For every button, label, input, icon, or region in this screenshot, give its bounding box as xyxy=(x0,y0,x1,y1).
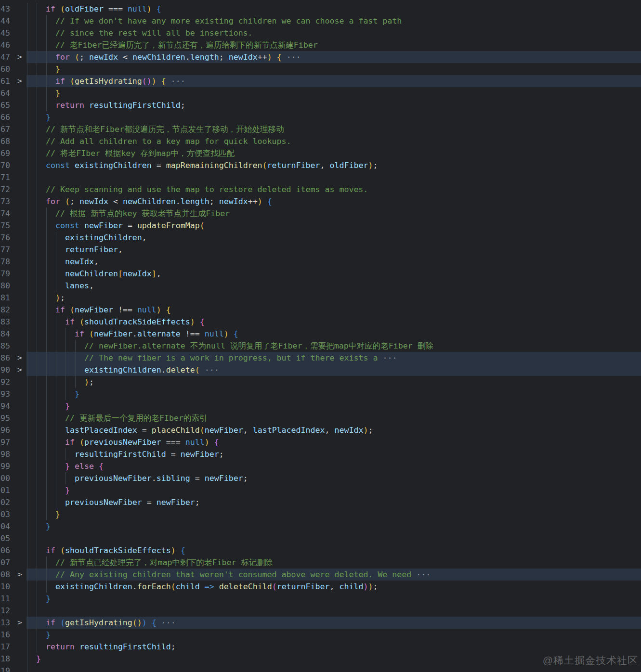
code-line[interactable]: 916} xyxy=(0,629,641,641)
code-line-content[interactable]: // Keep scanning and use the map to rest… xyxy=(26,183,641,195)
code-line-content[interactable]: returnFiber, xyxy=(26,244,641,256)
code-line-content[interactable]: newIdx, xyxy=(26,256,641,268)
code-line[interactable]: 904} xyxy=(0,520,641,532)
code-line[interactable]: 893} xyxy=(0,388,641,400)
code-line[interactable]: 892); xyxy=(0,376,641,388)
code-line[interactable]: 882if (newFiber !== null) { xyxy=(0,304,641,316)
code-line-content[interactable] xyxy=(26,605,641,617)
code-line[interactable]: 860} xyxy=(0,63,641,75)
code-line[interactable]: 870const existingChildren = mapRemaining… xyxy=(0,159,641,171)
code-line[interactable]: 867// 新节点和老Fiber都没遍历完，节点发生了移动，开始处理移动 xyxy=(0,123,641,135)
code-line-content[interactable]: return resultingFirstChild; xyxy=(26,99,641,111)
code-line-content[interactable]: // newFiber.alternate 不为null 说明复用了老Fiber… xyxy=(26,340,641,352)
code-line-content[interactable]: return resultingFirstChild; xyxy=(26,641,641,653)
code-line-content[interactable]: // 老Fiber已经遍历完了，新节点还有，遍历给剩下的新节点新建Fiber xyxy=(26,39,641,51)
code-line-content[interactable]: lastPlacedIndex = placeChild(newFiber, l… xyxy=(26,424,641,436)
code-line[interactable]: 874// 根据 新节点的key 获取老节点并生成Fiber xyxy=(0,207,641,220)
code-line[interactable]: 901} xyxy=(0,484,641,496)
code-line[interactable]: 881); xyxy=(0,292,641,304)
code-line[interactable]: 910existingChildren.forEach(child => del… xyxy=(0,581,641,593)
code-line[interactable]: 876existingChildren, xyxy=(0,232,641,244)
code-line[interactable]: 864} xyxy=(0,87,641,99)
code-line-content[interactable]: if (newFiber !== null) { xyxy=(26,304,641,316)
code-line-content[interactable]: } xyxy=(26,520,641,532)
code-line[interactable]: 894} xyxy=(0,400,641,412)
code-line[interactable]: 913>if (getIsHydrating()) { ··· xyxy=(0,617,641,629)
code-line-content[interactable]: } xyxy=(26,593,641,605)
code-line-content[interactable]: } xyxy=(26,388,641,400)
code-line-content[interactable] xyxy=(26,532,641,544)
code-line-content[interactable]: // 更新最后一个复用的老FIber的索引 xyxy=(26,412,641,424)
fold-chevron-icon[interactable]: > xyxy=(14,75,25,87)
code-line[interactable]: 896lastPlacedIndex = placeChild(newFiber… xyxy=(0,424,641,436)
code-line[interactable]: 872// Keep scanning and use the map to r… xyxy=(0,183,641,195)
code-line-content[interactable]: ); xyxy=(26,292,641,304)
code-line[interactable]: 845// since the rest will all be inserti… xyxy=(0,27,641,39)
code-line[interactable]: 875const newFiber = updateFromMap( xyxy=(0,220,641,232)
code-line-content[interactable]: if (shouldTrackSideEffects) { xyxy=(26,316,641,328)
code-line-content[interactable]: const existingChildren = mapRemainingChi… xyxy=(26,159,641,171)
code-line-content[interactable]: existingChildren.delete( ··· xyxy=(26,364,641,376)
code-line-content[interactable]: } xyxy=(26,87,641,99)
code-line-content[interactable]: } xyxy=(26,629,641,641)
code-line-content[interactable]: for (; newIdx < newChildren.length; newI… xyxy=(26,195,641,207)
code-line-content[interactable]: newChildren[newIdx], xyxy=(26,268,641,280)
code-line-content[interactable]: for (; newIdx < newChildren.length; newI… xyxy=(26,51,641,63)
code-line-content[interactable]: existingChildren.forEach(child => delete… xyxy=(26,581,641,593)
code-line-content[interactable]: } xyxy=(26,111,641,123)
code-line[interactable]: 912 xyxy=(0,605,641,617)
code-line-content[interactable]: } else { xyxy=(26,460,641,472)
code-line-content[interactable]: // since the rest will all be insertions… xyxy=(26,27,641,39)
code-line[interactable]: 911} xyxy=(0,593,641,605)
code-line-content[interactable]: // 新节点已经处理完了，对map中剩下的老Fiber 标记删除 xyxy=(26,556,641,569)
code-line[interactable]: 847>for (; newIdx < newChildren.length; … xyxy=(0,51,641,63)
code-line[interactable]: 878newIdx, xyxy=(0,256,641,268)
code-line-content[interactable]: // If we don't have any more existing ch… xyxy=(26,15,641,27)
code-line-content[interactable]: if (newFiber.alternate !== null) { xyxy=(26,328,641,340)
code-line-content[interactable] xyxy=(26,171,641,183)
code-line[interactable]: 873for (; newIdx < newChildren.length; n… xyxy=(0,195,641,207)
code-line-content[interactable]: previousNewFiber.sibling = newFiber; xyxy=(26,472,641,484)
code-line-content[interactable]: } xyxy=(26,508,641,520)
code-line-content[interactable]: resultingFirstChild = newFiber; xyxy=(26,448,641,460)
code-line-content[interactable]: } xyxy=(26,63,641,75)
code-line[interactable]: 895// 更新最后一个复用的老FIber的索引 xyxy=(0,412,641,424)
code-line[interactable]: 902previousNewFiber = newFiber; xyxy=(0,496,641,508)
code-line[interactable]: 883if (shouldTrackSideEffects) { xyxy=(0,316,641,328)
code-line-content[interactable]: ); xyxy=(26,376,641,388)
fold-chevron-icon[interactable]: > xyxy=(14,617,25,629)
code-line[interactable]: 866} xyxy=(0,111,641,123)
code-line[interactable]: 884if (newFiber.alternate !== null) { xyxy=(0,328,641,340)
code-line[interactable]: 877returnFiber, xyxy=(0,244,641,256)
code-line-content[interactable]: // 根据 新节点的key 获取老节点并生成Fiber xyxy=(26,207,641,220)
code-line[interactable]: 861>if (getIsHydrating()) { ··· xyxy=(0,75,641,87)
code-line[interactable]: 897if (previousNewFiber === null) { xyxy=(0,436,641,448)
code-line[interactable]: 886>// The new fiber is a work in progre… xyxy=(0,352,641,364)
code-line[interactable]: 907// 新节点已经处理完了，对map中剩下的老Fiber 标记删除 xyxy=(0,556,641,569)
fold-chevron-icon[interactable]: > xyxy=(14,352,25,364)
code-line[interactable]: 846// 老Fiber已经遍历完了，新节点还有，遍历给剩下的新节点新建Fibe… xyxy=(0,39,641,51)
code-line-content[interactable]: } xyxy=(26,484,641,496)
code-line-content[interactable]: const newFiber = updateFromMap( xyxy=(26,220,641,232)
code-line[interactable]: 917return resultingFirstChild; xyxy=(0,641,641,653)
code-line-content[interactable]: existingChildren, xyxy=(26,232,641,244)
code-line[interactable]: 898resultingFirstChild = newFiber; xyxy=(0,448,641,460)
code-line[interactable]: 880lanes, xyxy=(0,280,641,292)
fold-chevron-icon[interactable]: > xyxy=(14,51,25,63)
code-line-content[interactable]: // Add all children to a key map for qui… xyxy=(26,135,641,147)
code-line[interactable]: 879newChildren[newIdx], xyxy=(0,268,641,280)
code-line-content[interactable]: // Any existing children that weren't co… xyxy=(26,569,641,581)
code-line[interactable]: 908>// Any existing children that weren'… xyxy=(0,569,641,581)
code-line[interactable]: 899} else { xyxy=(0,460,641,472)
code-line[interactable]: 885// newFiber.alternate 不为null 说明复用了老Fi… xyxy=(0,340,641,352)
code-line[interactable]: 869// 将老FIber 根据key 存到map中，方便查找匹配 xyxy=(0,147,641,159)
code-line-content[interactable]: if (getIsHydrating()) { ··· xyxy=(26,75,641,87)
code-line[interactable]: 844// If we don't have any more existing… xyxy=(0,15,641,27)
code-line-content[interactable]: } xyxy=(26,400,641,412)
code-line[interactable]: 900previousNewFiber.sibling = newFiber; xyxy=(0,472,641,484)
code-line[interactable]: 906if (shouldTrackSideEffects) { xyxy=(0,544,641,556)
code-line[interactable]: 890>existingChildren.delete( ··· xyxy=(0,364,641,376)
code-line-content[interactable]: if (shouldTrackSideEffects) { xyxy=(26,544,641,556)
code-line-content[interactable]: if (previousNewFiber === null) { xyxy=(26,436,641,448)
code-line[interactable]: 871 xyxy=(0,171,641,183)
